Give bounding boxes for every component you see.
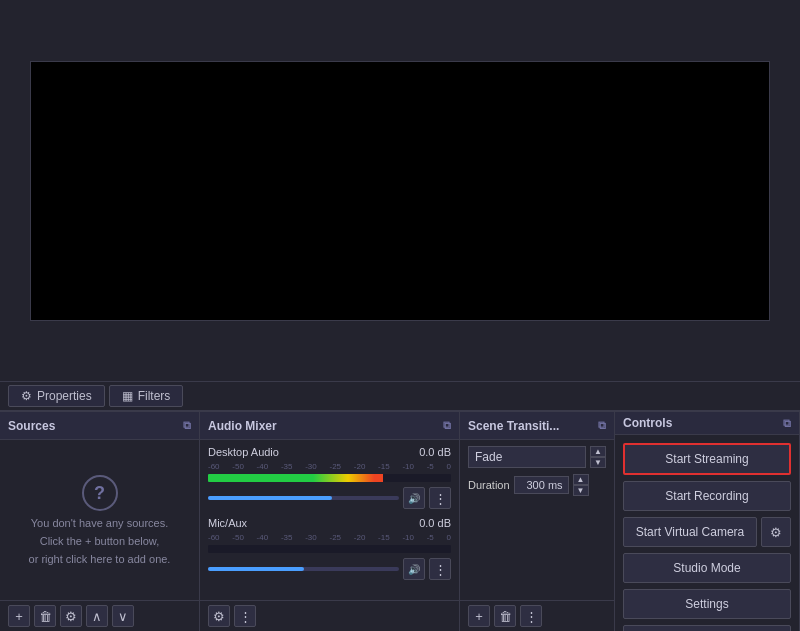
sources-add-button[interactable]: + <box>8 605 30 627</box>
mic-aux-volume-slider[interactable] <box>208 567 399 571</box>
sources-toolbar: + 🗑 ⚙ ∧ ∨ <box>0 600 199 631</box>
sources-title-group: Sources <box>8 419 55 433</box>
tab-filters[interactable]: ▦ Filters <box>109 385 184 407</box>
filter-icon: ▦ <box>122 389 133 403</box>
scene-add-button[interactable]: + <box>468 605 490 627</box>
desktop-audio-volume-fill <box>208 496 332 500</box>
desktop-audio-volume-slider[interactable] <box>208 496 399 500</box>
scene-transitions-header: Scene Transiti... ⧉ <box>460 412 614 440</box>
desktop-audio-name: Desktop Audio <box>208 446 279 458</box>
duration-up[interactable]: ▲ <box>573 474 589 485</box>
desktop-audio-track: Desktop Audio 0.0 dB -60 -50 -40 -35 -30… <box>208 446 451 509</box>
virtual-camera-row: Start Virtual Camera ⚙ <box>623 517 791 547</box>
audio-mixer-collapse-icon[interactable]: ⧉ <box>443 419 451 432</box>
controls-panel: Controls ⧉ Start Streaming Start Recordi… <box>615 412 800 631</box>
bottom-panels: Sources ⧉ ? You don't have any sources. … <box>0 411 800 631</box>
audio-mixer-header: Audio Mixer ⧉ <box>200 412 459 440</box>
desktop-audio-menu-button[interactable]: ⋮ <box>429 487 451 509</box>
mic-aux-volume-row: 🔊 ⋮ <box>208 558 451 580</box>
desktop-audio-mute-button[interactable]: 🔊 <box>403 487 425 509</box>
audio-mixer-panel: Audio Mixer ⧉ Desktop Audio 0.0 dB -60 -… <box>200 412 460 631</box>
virtual-camera-settings-button[interactable]: ⚙ <box>761 517 791 547</box>
sources-panel: Sources ⧉ ? You don't have any sources. … <box>0 412 200 631</box>
start-streaming-button[interactable]: Start Streaming <box>623 443 791 475</box>
audio-settings-button[interactable]: ⚙ <box>208 605 230 627</box>
audio-mixer-content: Desktop Audio 0.0 dB -60 -50 -40 -35 -30… <box>200 440 459 600</box>
scene-toolbar: + 🗑 ⋮ <box>460 600 614 631</box>
preview-area <box>0 0 800 381</box>
tab-properties[interactable]: ⚙ Properties <box>8 385 105 407</box>
controls-header: Controls ⧉ <box>615 412 799 435</box>
scene-transitions-title-group: Scene Transiti... <box>468 419 559 433</box>
desktop-audio-volume-row: 🔊 ⋮ <box>208 487 451 509</box>
scene-transitions-content: Fade ▲ ▼ Duration ▲ ▼ <box>460 440 614 600</box>
scene-transition-select[interactable]: Fade <box>468 446 586 468</box>
desktop-audio-db: 0.0 dB <box>419 446 451 458</box>
mic-aux-db: 0.0 dB <box>419 517 451 529</box>
tabs-bar: ⚙ Properties ▦ Filters <box>0 381 800 411</box>
scene-delete-button[interactable]: 🗑 <box>494 605 516 627</box>
mic-aux-mute-button[interactable]: 🔊 <box>403 558 425 580</box>
sources-panel-header: Sources ⧉ <box>0 412 199 440</box>
sources-title: Sources <box>8 419 55 433</box>
scene-select-down[interactable]: ▼ <box>590 457 606 468</box>
gear-icon: ⚙ <box>21 389 32 403</box>
scene-transitions-collapse-icon[interactable]: ⧉ <box>598 419 606 432</box>
start-virtual-camera-button[interactable]: Start Virtual Camera <box>623 517 757 547</box>
audio-mixer-title-group: Audio Mixer <box>208 419 277 433</box>
scene-select-spinners: ▲ ▼ <box>590 446 606 468</box>
sources-collapse-icon[interactable]: ⧉ <box>183 419 191 432</box>
duration-label: Duration <box>468 479 510 491</box>
audio-menu-button[interactable]: ⋮ <box>234 605 256 627</box>
audio-toolbar: ⚙ ⋮ <box>200 600 459 631</box>
sources-move-up-button[interactable]: ∧ <box>86 605 108 627</box>
sources-settings-button[interactable]: ⚙ <box>60 605 82 627</box>
desktop-audio-meter <box>208 474 451 482</box>
exit-button[interactable]: Exit <box>623 625 791 631</box>
scene-menu-button[interactable]: ⋮ <box>520 605 542 627</box>
mic-aux-track: Mic/Aux 0.0 dB -60 -50 -40 -35 -30 -25 -… <box>208 517 451 580</box>
sources-move-down-button[interactable]: ∨ <box>112 605 134 627</box>
desktop-audio-scale: -60 -50 -40 -35 -30 -25 -20 -15 -10 -5 0 <box>208 462 451 471</box>
scene-select-up[interactable]: ▲ <box>590 446 606 457</box>
no-sources-icon: ? <box>82 475 118 511</box>
mic-aux-volume-fill <box>208 567 304 571</box>
mic-aux-scale: -60 -50 -40 -35 -30 -25 -20 -15 -10 -5 0 <box>208 533 451 542</box>
scene-transitions-title: Scene Transiti... <box>468 419 559 433</box>
mic-aux-menu-button[interactable]: ⋮ <box>429 558 451 580</box>
preview-canvas <box>30 61 770 321</box>
mic-aux-name: Mic/Aux <box>208 517 247 529</box>
duration-spinners: ▲ ▼ <box>573 474 589 496</box>
controls-title-group: Controls <box>623 416 672 430</box>
controls-content: Start Streaming Start Recording Start Vi… <box>615 435 799 631</box>
duration-input[interactable] <box>514 476 569 494</box>
studio-mode-button[interactable]: Studio Mode <box>623 553 791 583</box>
duration-down[interactable]: ▼ <box>573 485 589 496</box>
start-recording-button[interactable]: Start Recording <box>623 481 791 511</box>
sources-empty-state[interactable]: ? You don't have any sources. Click the … <box>0 440 199 600</box>
sources-remove-button[interactable]: 🗑 <box>34 605 56 627</box>
sources-empty-text3: or right click here to add one. <box>29 553 171 565</box>
desktop-audio-header: Desktop Audio 0.0 dB <box>208 446 451 458</box>
scene-select-row: Fade ▲ ▼ <box>468 446 606 468</box>
sources-empty-text2: Click the + button below, <box>40 535 160 547</box>
settings-button[interactable]: Settings <box>623 589 791 619</box>
desktop-audio-meter-fill <box>208 474 383 482</box>
mic-aux-header: Mic/Aux 0.0 dB <box>208 517 451 529</box>
audio-mixer-title: Audio Mixer <box>208 419 277 433</box>
mic-aux-meter <box>208 545 451 553</box>
controls-collapse-icon[interactable]: ⧉ <box>783 417 791 430</box>
scene-transitions-panel: Scene Transiti... ⧉ Fade ▲ ▼ Duration ▲ … <box>460 412 615 631</box>
controls-title: Controls <box>623 416 672 430</box>
duration-row: Duration ▲ ▼ <box>468 474 606 496</box>
sources-empty-text1: You don't have any sources. <box>31 517 168 529</box>
